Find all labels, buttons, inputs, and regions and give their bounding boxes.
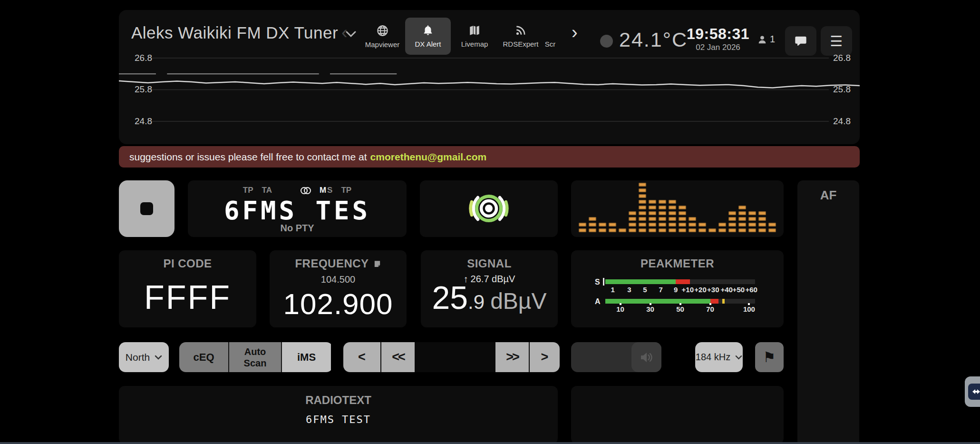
ceq-button[interactable]: cEQ [179,342,228,372]
menu-button[interactable]: ☰ [821,26,852,56]
spectrum-column [689,217,696,232]
clock: 19:58:31 02 Jan 2026 [680,25,756,52]
a-meter-ticks: 10305070100 [605,305,755,316]
contact-email-link[interactable]: cmorethenu@gmail.com [370,151,487,163]
play-stop-button[interactable] [119,180,175,237]
frequency-input[interactable] [415,342,495,372]
hamburger-menu-icon: ☰ [830,33,843,49]
nav-label: DX Alert [415,40,441,48]
nav-label: Mapviewer [365,40,400,49]
audio-spectrum-panel [571,180,784,237]
contact-banner: suggestions or issues please fell free t… [119,146,860,168]
signal-value: 25 .9 dBµV [432,279,546,327]
stereo-icon [301,187,311,194]
status-dot [600,35,613,48]
spectrum-column [659,200,666,232]
spectrum-column [639,183,646,232]
note-icon[interactable] [373,260,381,268]
remote-access-tab[interactable] [965,376,980,407]
map-icon [468,24,481,37]
screenshot-icon [544,24,556,37]
autoscan-button[interactable]: Auto Scan [228,342,281,372]
double-arrow-icon [968,383,980,400]
nav-item-screenshot[interactable]: Scr [535,18,565,55]
rds-waves-icon [514,24,527,37]
nav-scroll-forward-button[interactable]: › [572,22,578,43]
bell-icon [422,24,434,37]
volume-slider[interactable] [571,342,661,372]
frequency-value[interactable]: 102.900 [283,280,393,327]
globe-icon [376,24,389,37]
seek-down-button[interactable]: << [380,342,415,372]
flag-button[interactable]: ⚑ [755,342,784,372]
ims-button[interactable]: iMS [281,342,331,372]
rds-pty: No PTY [188,223,407,234]
header-and-graph-panel: Aleks Waikiki FM DX Tuner ‹ Mapviewer DX… [119,10,860,144]
nav-label: Livemap [461,40,488,48]
signal-label: SIGNAL [467,257,512,270]
peakmeter-body: S 13579+10+20+30+40+50+60 A 10305070100 [605,279,755,316]
dsp-button-group: cEQ Auto Scan iMS [179,342,333,372]
a-meter-label: A [595,297,601,306]
nav-item-dx-alert[interactable]: DX Alert [405,18,451,55]
spectrum-column [589,217,596,232]
user-icon [757,34,767,45]
speaker-icon [640,351,654,364]
s-meter-ticks: 13579+10+20+30+40+50+60 [605,286,755,296]
chat-button[interactable] [785,26,816,56]
spectrum-column [599,223,606,232]
chevron-down-icon [155,355,162,360]
tp-flag: TP [243,186,253,195]
nav-item-mapviewer[interactable]: Mapviewer [359,18,405,55]
spectrum-column [579,223,586,232]
tp-flag-2: TP [341,186,351,195]
af-label: AF [797,188,859,203]
spectrum-column [619,228,626,232]
temperature-readout: 24.1°C [619,28,688,51]
seek-up-button[interactable]: >> [495,342,529,372]
antenna-select[interactable]: North [119,342,169,372]
tune-step-down-button[interactable]: < [343,342,380,372]
stop-icon [140,202,153,215]
date-readout: 02 Jan 2026 [680,43,756,52]
nav-item-livemap[interactable]: Livemap [452,18,497,55]
rds-ps-panel: TP TA M S TP 6FMS TES No PTY [188,180,407,237]
tune-step-up-button[interactable]: > [529,342,560,372]
broadcast-signal-icon [459,186,519,231]
listener-count: 1 [770,34,775,45]
spectrum-column [609,223,616,232]
s-meter-label: S [595,278,600,286]
page-title: Aleks Waikiki FM DX Tuner [131,23,338,42]
radiotext-panel: RADIOTEXT 6FMS TEST [119,386,558,444]
spectrum-column [629,211,636,232]
nav-scroll-back-button[interactable]: ‹ [341,22,348,43]
pi-code-panel: PI CODE FFFF [119,250,256,327]
spectrum-column [679,206,686,232]
volume-icon-box[interactable] [631,342,661,372]
spectrum-column [699,223,706,232]
bandwidth-select[interactable]: 184 kHz [695,342,743,372]
rds-station-name: 6FMS TES [188,196,407,226]
a-meter-bar [605,299,755,304]
pi-code-value: FFFF [144,267,231,327]
aux-panel [571,386,784,444]
frequency-panel: FREQUENCY 104.500 102.900 [270,250,407,327]
frequency-label: FREQUENCY [295,257,369,270]
ms-flag-speech: S [327,186,332,195]
broadcast-logo-panel [420,180,558,237]
tuner-title-dropdown[interactable]: Aleks Waikiki FM DX Tuner [131,23,356,42]
radiotext-value: 6FMS TEST [119,414,558,425]
time-readout: 19:58:31 [680,25,756,43]
bottom-divider [0,442,980,444]
chevron-right-icon: › [572,22,578,42]
peakmeter-label: PEAKMETER [640,257,714,270]
tuning-group: < << >> > [343,342,560,372]
signal-unit: dBµV [490,288,546,314]
chat-icon [794,34,807,48]
ms-flag-music: M [320,186,326,195]
s-meter-bar [605,279,755,284]
nav-label: RDSExpert [503,40,538,48]
spectrum-column [708,228,716,232]
spectrum-column [758,211,766,232]
rds-flags: TP TA M S TP [188,186,407,195]
